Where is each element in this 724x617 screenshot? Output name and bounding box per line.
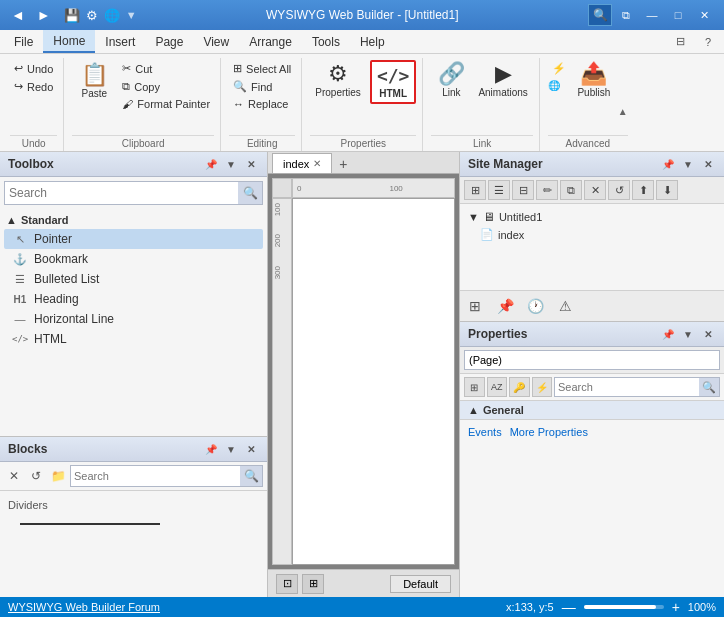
prop-close[interactable]: ✕ bbox=[700, 326, 716, 342]
toolbox-item-html[interactable]: </> HTML bbox=[4, 329, 263, 349]
menu-view[interactable]: View bbox=[193, 30, 239, 53]
sm-arrow[interactable]: ▼ bbox=[680, 156, 696, 172]
sm-btn-list[interactable]: ☰ bbox=[488, 180, 510, 200]
sm-close[interactable]: ✕ bbox=[700, 156, 716, 172]
web-icon[interactable]: 🌐 bbox=[104, 8, 120, 23]
toolbox-item-pointer[interactable]: ↖ Pointer bbox=[4, 229, 263, 249]
quick-access-arrow[interactable]: ▼ bbox=[126, 9, 137, 21]
toolbox-pin[interactable]: 📌 bbox=[203, 156, 219, 172]
prop-search-input[interactable] bbox=[555, 380, 699, 394]
prop-tab-grid[interactable]: ⊞ bbox=[464, 377, 485, 397]
prop-arrow[interactable]: ▼ bbox=[680, 326, 696, 342]
cut-btn[interactable]: ✂ Cut bbox=[118, 60, 214, 77]
sm-btn-edit[interactable]: ✏ bbox=[536, 180, 558, 200]
menu-help[interactable]: Help bbox=[350, 30, 395, 53]
window-minimize-btn[interactable]: — bbox=[640, 5, 664, 25]
sm-clock-btn[interactable]: 🕐 bbox=[524, 295, 546, 317]
sm-btn-refresh[interactable]: ↺ bbox=[608, 180, 630, 200]
prop-events-link[interactable]: Events bbox=[468, 426, 502, 438]
sm-warning-btn[interactable]: ⚠ bbox=[554, 295, 576, 317]
settings-icon[interactable]: ⚙ bbox=[86, 8, 98, 23]
sm-sitemap-btn[interactable]: ⊞ bbox=[464, 295, 486, 317]
sm-pin-btn[interactable]: 📌 bbox=[494, 295, 516, 317]
blocks-refresh-btn[interactable]: ↺ bbox=[26, 467, 46, 485]
menu-file[interactable]: File bbox=[4, 30, 43, 53]
menu-arrange[interactable]: Arrange bbox=[239, 30, 302, 53]
canvas-add-tab[interactable]: + bbox=[334, 155, 352, 173]
blocks-delete-btn[interactable]: ✕ bbox=[4, 467, 24, 485]
window-close-btn[interactable]: ✕ bbox=[692, 5, 716, 25]
properties-btn[interactable]: ⚙ Properties bbox=[310, 60, 366, 101]
menu-page[interactable]: Page bbox=[145, 30, 193, 53]
paste-btn[interactable]: 📋 Paste bbox=[72, 60, 116, 103]
sm-btn-split[interactable]: ⊟ bbox=[512, 180, 534, 200]
prop-tab-key[interactable]: 🔑 bbox=[509, 377, 530, 397]
sm-btn-copy[interactable]: ⧉ bbox=[560, 180, 582, 200]
blocks-divider-item[interactable] bbox=[4, 515, 263, 533]
canvas-layout-btn[interactable]: ⊞ bbox=[302, 574, 324, 594]
nav-back[interactable]: ◄ bbox=[8, 7, 28, 23]
menu-home[interactable]: Home bbox=[43, 30, 95, 53]
copy-btn[interactable]: ⧉ Copy bbox=[118, 78, 214, 95]
zoom-minus-btn[interactable]: — bbox=[562, 599, 576, 615]
sm-btn-grid[interactable]: ⊞ bbox=[464, 180, 486, 200]
toolbox-search-icon[interactable]: 🔍 bbox=[238, 182, 262, 204]
animations-btn[interactable]: ▶ Animations bbox=[473, 60, 532, 101]
canvas-grid-btn[interactable]: ⊡ bbox=[276, 574, 298, 594]
toolbox-item-bookmark[interactable]: ⚓ Bookmark bbox=[4, 249, 263, 269]
sm-tree-index[interactable]: 📄 index bbox=[464, 226, 720, 243]
ruler-mark-0: 0 bbox=[297, 184, 301, 193]
toolbox-search-input[interactable] bbox=[5, 184, 238, 202]
save-icon[interactable]: 💾 bbox=[64, 8, 80, 23]
publish-btn[interactable]: 📤 Publish bbox=[572, 60, 616, 101]
help-btn[interactable]: ? bbox=[696, 32, 720, 52]
canvas-default-btn[interactable]: Default bbox=[390, 575, 451, 593]
prop-page-dropdown[interactable]: (Page) bbox=[464, 350, 720, 370]
prop-search-icon[interactable]: 🔍 bbox=[699, 378, 719, 396]
window-restore-btn[interactable]: ⧉ bbox=[614, 5, 638, 25]
link-btn[interactable]: 🔗 Link bbox=[431, 60, 471, 101]
window-maximize-btn[interactable]: □ bbox=[666, 5, 690, 25]
canvas-tab-index[interactable]: index ✕ bbox=[272, 153, 332, 173]
prop-tab-az[interactable]: AZ bbox=[487, 377, 508, 397]
toolbox-item-heading[interactable]: H1 Heading bbox=[4, 289, 263, 309]
menu-insert[interactable]: Insert bbox=[95, 30, 145, 53]
nav-forward[interactable]: ► bbox=[34, 7, 54, 23]
sm-tree-root[interactable]: ▼ 🖥 Untitled1 bbox=[464, 208, 720, 226]
canvas-page[interactable] bbox=[292, 198, 455, 565]
canvas-tab-close[interactable]: ✕ bbox=[313, 158, 321, 169]
prop-more-properties-link[interactable]: More Properties bbox=[510, 426, 588, 438]
zoom-plus-btn[interactable]: + bbox=[672, 599, 680, 615]
globe-icon[interactable]: 🌐 bbox=[548, 80, 560, 91]
search-button[interactable]: 🔍 bbox=[588, 4, 612, 26]
find-btn[interactable]: 🔍 Find bbox=[229, 78, 295, 95]
replace-btn[interactable]: ↔ Replace bbox=[229, 96, 295, 112]
blocks-search-icon[interactable]: 🔍 bbox=[240, 466, 262, 486]
html-btn[interactable]: </> HTML bbox=[370, 60, 417, 104]
undo-btn[interactable]: ↩ Undo bbox=[10, 60, 57, 77]
blocks-folder-btn[interactable]: 📁 bbox=[48, 467, 68, 485]
format-painter-btn[interactable]: 🖌 Format Painter bbox=[118, 96, 214, 112]
toolbox-item-horizontal-line[interactable]: — Horizontal Line bbox=[4, 309, 263, 329]
sm-pin[interactable]: 📌 bbox=[660, 156, 676, 172]
sm-btn-upload[interactable]: ⬆ bbox=[632, 180, 654, 200]
layout-toggle[interactable]: ⊟ bbox=[668, 32, 692, 52]
sm-btn-delete[interactable]: ✕ bbox=[584, 180, 606, 200]
toolbox-close[interactable]: ✕ bbox=[243, 156, 259, 172]
select-all-btn[interactable]: ⊞ Select All bbox=[229, 60, 295, 77]
toolbox-standard-header[interactable]: ▲ Standard bbox=[4, 211, 263, 229]
blocks-pin[interactable]: 📌 bbox=[203, 441, 219, 457]
advanced-expand[interactable]: ▲ bbox=[618, 106, 628, 117]
redo-btn[interactable]: ↪ Redo bbox=[10, 78, 57, 95]
blocks-search-input[interactable] bbox=[71, 469, 240, 483]
blocks-close[interactable]: ✕ bbox=[243, 441, 259, 457]
blocks-arrow[interactable]: ▼ bbox=[223, 441, 239, 457]
prop-pin[interactable]: 📌 bbox=[660, 326, 676, 342]
menu-tools[interactable]: Tools bbox=[302, 30, 350, 53]
toolbox-item-bulleted-list[interactable]: ☰ Bulleted List bbox=[4, 269, 263, 289]
advanced-btn1[interactable]: ⚡ bbox=[548, 60, 570, 77]
toolbox-arrow[interactable]: ▼ bbox=[223, 156, 239, 172]
forum-link[interactable]: WYSIWYG Web Builder Forum bbox=[8, 601, 160, 613]
prop-tab-bolt[interactable]: ⚡ bbox=[532, 377, 553, 397]
sm-btn-down[interactable]: ⬇ bbox=[656, 180, 678, 200]
